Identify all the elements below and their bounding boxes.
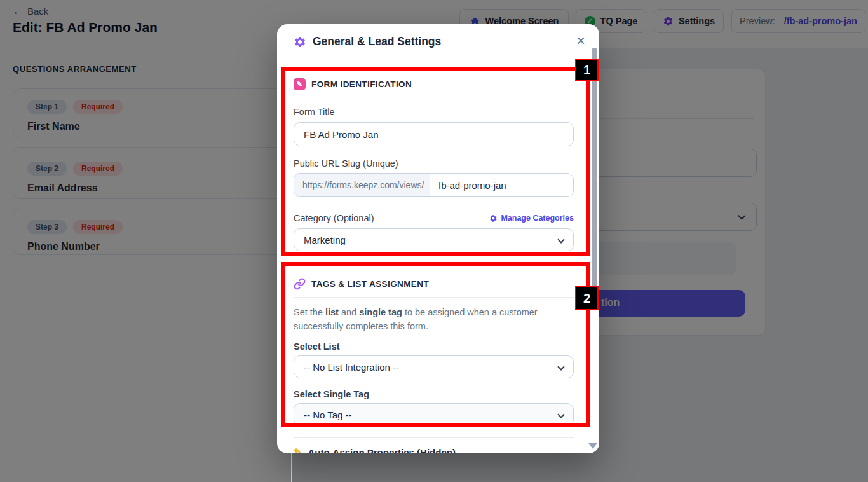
slug-label: Public URL Slug (Unique) <box>294 158 398 169</box>
close-icon[interactable]: × <box>576 33 585 48</box>
category-label: Category (Optional) <box>294 213 374 223</box>
slug-input[interactable] <box>430 174 573 196</box>
section-divider <box>294 97 574 97</box>
select-list-label: Select List <box>294 341 340 352</box>
modal-title: General & Lead Settings <box>313 35 441 48</box>
pencil-icon: ✎ <box>294 446 302 453</box>
pencil-icon: ✎ <box>294 78 306 90</box>
chevron-down-icon <box>557 411 564 418</box>
manage-categories-link[interactable]: Manage Categories <box>489 214 574 223</box>
panel-edge-line <box>291 453 292 482</box>
chevron-down-icon <box>557 236 564 243</box>
form-title-label: Form Title <box>294 107 334 117</box>
tags-list-heading: TAGS & LIST ASSIGNMENT <box>311 279 429 289</box>
tag-select[interactable]: -- No Tag -- <box>294 403 574 426</box>
slug-prefix: https://forms.keepz.com/views/ <box>294 174 430 196</box>
general-lead-settings-modal: General & Lead Settings × ✎ FORM IDENTIF… <box>277 24 599 453</box>
tag-select-value: -- No Tag -- <box>304 410 352 420</box>
manage-categories-label: Manage Categories <box>501 214 574 223</box>
link-icon <box>294 278 306 290</box>
chevron-down-icon <box>557 363 564 370</box>
tags-description: Set the list and single tag to be assign… <box>294 305 557 334</box>
modal-scrollbar-thumb[interactable] <box>592 48 597 294</box>
section-divider <box>294 437 574 438</box>
auto-assign-section-header: ✎ Auto-Assign Properties (Hidden) <box>294 446 456 453</box>
annotation-label-2: 2 <box>575 286 599 310</box>
gear-icon <box>294 36 306 48</box>
list-select-value: -- No List Integration -- <box>304 362 399 373</box>
annotation-label-1: 1 <box>575 59 599 81</box>
list-select[interactable]: -- No List Integration -- <box>294 355 574 378</box>
form-title-input[interactable] <box>294 122 574 146</box>
form-editor-page: ← Back Edit: FB Ad Promo Jan Welcome Scr… <box>0 0 868 482</box>
gear-icon <box>489 214 498 223</box>
category-select[interactable]: Marketing <box>294 228 574 251</box>
category-select-value: Marketing <box>304 235 346 245</box>
form-identification-heading: FORM IDENTIFICATION <box>311 79 412 89</box>
select-tag-label: Select Single Tag <box>294 389 369 399</box>
slug-input-group: https://forms.keepz.com/views/ <box>294 173 574 197</box>
section-divider <box>294 297 574 298</box>
auto-assign-label: Auto-Assign Properties (Hidden) <box>308 447 456 453</box>
scroll-down-arrow-icon[interactable] <box>588 443 597 449</box>
